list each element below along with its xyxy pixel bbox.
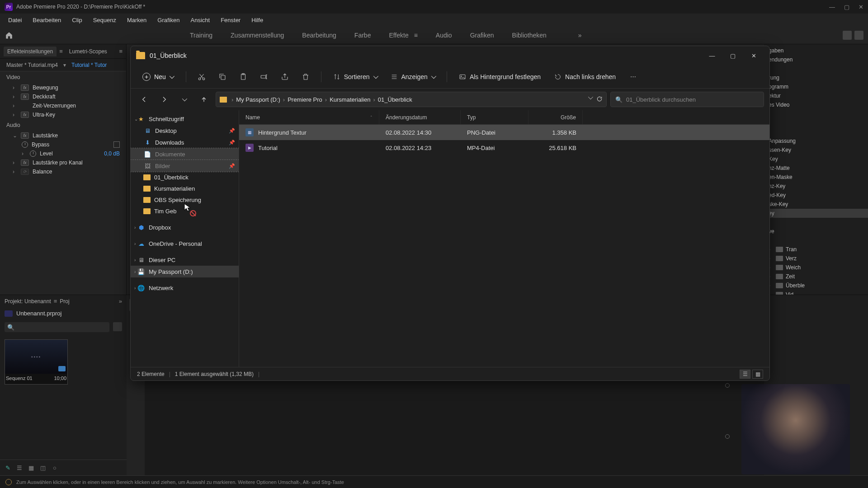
ws-farbe[interactable]: Farbe: [354, 32, 371, 39]
breadcrumb[interactable]: Premiere Pro: [288, 96, 322, 103]
column-name[interactable]: Name˄: [239, 110, 379, 124]
zoom-slider[interactable]: ○: [51, 464, 59, 472]
close-button[interactable]: ✕: [743, 46, 764, 65]
sidebar-my-passport[interactable]: ›💾My Passport (D:): [131, 266, 239, 277]
fx-balance[interactable]: ›⟳Balance: [0, 167, 126, 176]
rotate-left-button[interactable]: Nach links drehen: [550, 70, 620, 83]
fx-folder[interactable]: ›Überble: [764, 281, 868, 290]
sidebar-this-pc[interactable]: ›🖥Dieser PC: [131, 254, 239, 266]
fx-folder[interactable]: ›Zeit: [764, 272, 868, 281]
fx-level[interactable]: ›Level0,0 dB: [0, 149, 126, 158]
fx-lautstaerke-kanal[interactable]: ›fxLautstärke pro Kanal: [0, 158, 126, 167]
maximize-button[interactable]: ▢: [722, 46, 743, 65]
menu-ansicht[interactable]: Ansicht: [186, 15, 214, 25]
fx-folder[interactable]: ›Tran: [764, 245, 868, 254]
fx-item[interactable]: ogramm: [764, 82, 868, 91]
column-type[interactable]: Typ: [461, 110, 528, 124]
sidebar-timgeb[interactable]: Tim Geb: [131, 206, 239, 217]
ws-bearbeitung[interactable]: Bearbeitung: [302, 32, 336, 39]
more-options-icon[interactable]: ⋯: [625, 69, 641, 85]
bypass-checkbox[interactable]: [113, 141, 120, 148]
panel-tab-effekteinstellungen[interactable]: Effekteinstellungen: [4, 47, 57, 56]
project-tab-2[interactable]: Proj: [60, 298, 69, 305]
fx-folder[interactable]: ›Verz: [764, 254, 868, 263]
marker-dot[interactable]: [725, 383, 730, 388]
fx-item[interactable]: ssen-Key: [764, 145, 868, 155]
minimize-icon[interactable]: —: [829, 4, 835, 10]
close-icon[interactable]: ✕: [859, 4, 863, 10]
marker-dot[interactable]: [725, 434, 730, 439]
fx-item[interactable]: endungen: [764, 55, 868, 64]
share-icon[interactable]: [277, 69, 293, 85]
project-search[interactable]: 🔍: [5, 322, 109, 332]
menu-grafiken[interactable]: Grafiken: [153, 15, 184, 25]
fx-folder[interactable]: ›Weich: [764, 263, 868, 272]
up-button[interactable]: [196, 91, 212, 108]
ws-bibliotheken[interactable]: Bibliotheken: [512, 32, 547, 39]
menu-clip[interactable]: Clip: [67, 15, 86, 25]
ws-training[interactable]: Training: [190, 32, 212, 39]
recent-dropdown[interactable]: [176, 91, 192, 108]
ws-right-icon-2[interactable]: [854, 31, 863, 40]
sidebar-dropbox[interactable]: ›⬢Dropbox: [131, 221, 239, 233]
icons-view-icon[interactable]: ▦: [752, 370, 763, 379]
clip-tab[interactable]: Tutorial * Tutor: [69, 61, 109, 70]
home-icon[interactable]: [5, 31, 14, 40]
breadcrumb[interactable]: My Passport (D:): [236, 96, 280, 103]
file-list[interactable]: ▦Hintergrund Textur 02.08.2022 14:30 PNG…: [239, 125, 769, 367]
ws-right-icon-1[interactable]: [843, 31, 852, 40]
sidebar-network[interactable]: ›🌐Netzwerk: [131, 282, 239, 294]
sequence-thumbnail[interactable]: ▪▪▪▪ Sequenz 01 10;00: [5, 339, 68, 385]
rename-icon[interactable]: [256, 69, 272, 85]
fx-item[interactable]: ve: [764, 227, 868, 236]
fx-item[interactable]: ske-Key: [764, 200, 868, 209]
master-tab[interactable]: Master * Tutorial.mp4: [4, 61, 61, 70]
fx-item[interactable]: Key: [764, 155, 868, 164]
panel-menu-icon[interactable]: ≡: [119, 48, 123, 55]
panel-menu-icon[interactable]: ≡: [54, 298, 57, 305]
master-dropdown-icon[interactable]: ▾: [61, 61, 69, 70]
paste-icon[interactable]: [235, 69, 251, 85]
sidebar-onedrive[interactable]: ›☁OneDrive - Personal: [131, 238, 239, 249]
forward-button[interactable]: [156, 91, 172, 108]
list-view-icon[interactable]: ☰: [15, 464, 24, 472]
breadcrumb[interactable]: Kursmaterialien: [330, 96, 370, 103]
delete-icon[interactable]: [297, 69, 314, 85]
menu-fenster[interactable]: Fenster: [216, 15, 245, 25]
ws-menu-icon[interactable]: ≡: [412, 32, 418, 39]
freeform-icon[interactable]: ◫: [39, 464, 47, 472]
panel-tab-lumetri[interactable]: Lumetri-Scopes: [66, 47, 111, 56]
menu-sequenz[interactable]: Sequenz: [89, 15, 121, 25]
details-view-icon[interactable]: ☰: [740, 370, 750, 379]
breadcrumb[interactable]: 01_Überblick: [378, 96, 412, 103]
refresh-icon[interactable]: [596, 96, 603, 103]
set-background-button[interactable]: Als Hintergrund festlegen: [454, 70, 545, 83]
fx-bewegung[interactable]: ›fxBewegung: [0, 83, 126, 92]
back-button[interactable]: [136, 91, 152, 108]
new-button[interactable]: + Neu: [137, 70, 179, 84]
sidebar-desktop[interactable]: 🖥Desktop📌: [131, 125, 239, 136]
column-size[interactable]: Größe: [528, 110, 583, 124]
ws-zusammenstellung[interactable]: Zusammenstellung: [231, 32, 284, 39]
file-row-tutorial[interactable]: ▶Tutorial 02.08.2022 14:23 MP4-Datei 25.…: [239, 140, 769, 155]
menu-datei[interactable]: Datei: [4, 15, 26, 25]
ws-audio[interactable]: Audio: [436, 32, 452, 39]
panel-tab-menu-icon[interactable]: ≡: [59, 48, 63, 55]
fx-ultrakey[interactable]: ›fxUltra-Key: [0, 110, 126, 119]
ws-overflow-icon[interactable]: »: [578, 32, 582, 39]
fx-bypass[interactable]: Bypass: [0, 140, 126, 149]
minimize-button[interactable]: —: [702, 46, 722, 65]
sidebar-01-ueberblick[interactable]: 01_Überblick: [131, 172, 239, 183]
fx-item[interactable]: gaben: [764, 46, 868, 55]
ws-effekte[interactable]: Effekte ≡: [389, 32, 417, 39]
column-date[interactable]: Änderungsdatum: [379, 110, 461, 124]
level-value[interactable]: 0,0 dB: [104, 150, 120, 157]
address-bar[interactable]: › My Passport (D:) › Premiere Pro › Kurs…: [216, 92, 607, 107]
sidebar-documents[interactable]: 📄Dokumente: [131, 148, 239, 160]
panel-overflow-icon[interactable]: »: [119, 298, 122, 305]
fx-item[interactable]: nz-Matte: [764, 164, 868, 173]
sort-button[interactable]: Sortieren: [329, 70, 382, 83]
sidebar-downloads[interactable]: ⬇Downloads📌: [131, 136, 239, 148]
ws-grafiken[interactable]: Grafiken: [470, 32, 494, 39]
stopwatch-icon[interactable]: [22, 141, 28, 148]
